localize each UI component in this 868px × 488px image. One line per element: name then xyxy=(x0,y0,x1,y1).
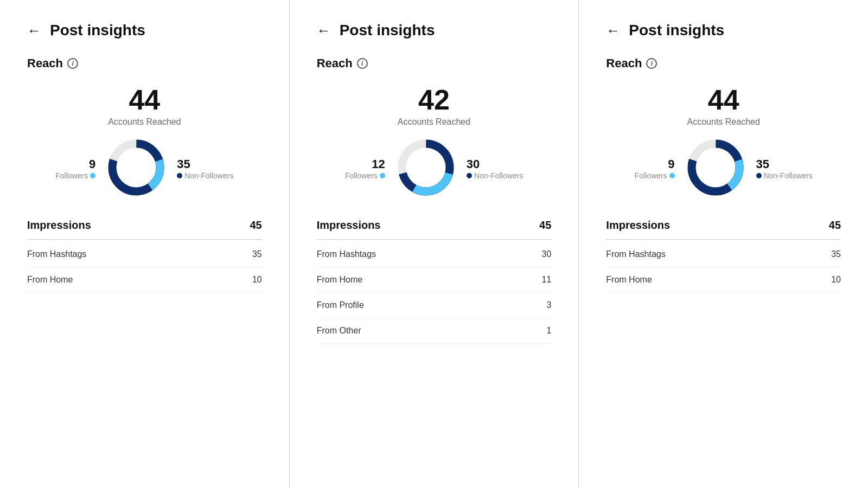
row-label: From Home xyxy=(317,275,362,285)
donut-chart xyxy=(396,138,456,200)
non-followers-text: Non-Followers xyxy=(474,171,523,180)
impressions-section: Impressions 45 From Hashtags 35 From Hom… xyxy=(27,219,262,293)
panel-2: ← Post insights Reach i 42 Accounts Reac… xyxy=(290,0,579,488)
followers-text: Followers xyxy=(345,171,378,180)
reach-title: Reach i xyxy=(606,56,841,70)
impressions-total: 45 xyxy=(539,219,551,232)
accounts-reached-label: Accounts Reached xyxy=(27,117,262,127)
accounts-reached-number: 44 xyxy=(27,86,262,114)
donut-container: 9 Followers 35 Non-Followers xyxy=(606,138,841,200)
non-followers-dot xyxy=(177,173,182,178)
header: ← Post insights xyxy=(27,22,262,39)
impression-row: From Home 10 xyxy=(606,267,841,293)
row-label: From Profile xyxy=(317,300,364,310)
back-button[interactable]: ← xyxy=(27,22,41,39)
row-value: 35 xyxy=(252,249,262,259)
reach-section: Reach i 42 Accounts Reached 12 Followers xyxy=(317,56,552,200)
reach-section: Reach i 44 Accounts Reached 9 Followers xyxy=(606,56,841,200)
impressions-header: Impressions 45 xyxy=(27,219,262,240)
row-value: 35 xyxy=(831,249,841,259)
panel-1: ← Post insights Reach i 44 Accounts Reac… xyxy=(0,0,290,488)
impression-row: From Hashtags 30 xyxy=(317,242,552,267)
non-followers-dot xyxy=(467,173,472,178)
followers-number: 9 xyxy=(55,157,95,171)
row-label: From Home xyxy=(27,275,73,285)
non-followers-stat: 35 Non-Followers xyxy=(756,157,813,180)
non-followers-label: Non-Followers xyxy=(467,171,523,180)
followers-number: 9 xyxy=(635,157,675,171)
followers-text: Followers xyxy=(55,171,88,180)
row-value: 11 xyxy=(542,275,552,285)
non-followers-text: Non-Followers xyxy=(184,171,233,180)
row-value: 1 xyxy=(546,326,551,336)
row-label: From Hashtags xyxy=(606,249,665,259)
row-value: 10 xyxy=(252,275,262,285)
row-label: From Hashtags xyxy=(27,249,86,259)
row-label: From Hashtags xyxy=(317,249,376,259)
back-button[interactable]: ← xyxy=(606,22,620,39)
accounts-reached: 44 Accounts Reached xyxy=(27,86,262,127)
reach-label: Reach xyxy=(606,56,642,70)
donut-container: 9 Followers 35 Non-Followers xyxy=(27,138,262,200)
row-value: 10 xyxy=(831,275,841,285)
impression-row: From Profile 3 xyxy=(317,293,552,318)
header: ← Post insights xyxy=(317,22,552,39)
reach-label: Reach xyxy=(317,56,353,70)
reach-title: Reach i xyxy=(317,56,552,70)
reach-title: Reach i xyxy=(27,56,262,70)
followers-dot xyxy=(669,173,675,178)
followers-label: Followers xyxy=(345,171,385,180)
followers-stat: 9 Followers xyxy=(635,157,675,180)
non-followers-label: Non-Followers xyxy=(177,171,233,180)
followers-label: Followers xyxy=(55,171,95,180)
non-followers-text: Non-Followers xyxy=(764,171,813,180)
impressions-title: Impressions xyxy=(317,219,381,232)
header: ← Post insights xyxy=(606,22,841,39)
impressions-total: 45 xyxy=(250,219,261,232)
back-button[interactable]: ← xyxy=(317,22,331,39)
row-label: From Home xyxy=(606,275,652,285)
followers-dot xyxy=(380,173,385,178)
accounts-reached: 42 Accounts Reached xyxy=(317,86,552,127)
followers-number: 12 xyxy=(345,157,385,171)
impression-row: From Home 10 xyxy=(27,267,262,293)
panel-3: ← Post insights Reach i 44 Accounts Reac… xyxy=(579,0,868,488)
row-value: 3 xyxy=(546,300,551,310)
non-followers-dot xyxy=(756,173,762,178)
non-followers-stat: 35 Non-Followers xyxy=(177,157,233,180)
impressions-title: Impressions xyxy=(606,219,670,232)
row-label: From Other xyxy=(317,326,361,336)
impressions-header: Impressions 45 xyxy=(606,219,841,240)
impressions-total: 45 xyxy=(829,219,841,232)
impressions-section: Impressions 45 From Hashtags 35 From Hom… xyxy=(606,219,841,293)
accounts-reached-label: Accounts Reached xyxy=(606,117,841,127)
info-icon[interactable]: i xyxy=(646,58,657,69)
page-title: Post insights xyxy=(50,22,145,39)
accounts-reached-number: 42 xyxy=(317,86,552,114)
impression-row: From Hashtags 35 xyxy=(27,242,262,267)
donut-chart xyxy=(686,138,745,200)
impressions-section: Impressions 45 From Hashtags 30 From Hom… xyxy=(317,219,552,344)
non-followers-number: 35 xyxy=(756,157,813,171)
impressions-title: Impressions xyxy=(27,219,91,232)
impression-row: From Other 1 xyxy=(317,318,552,344)
page-title: Post insights xyxy=(629,22,724,39)
impression-row: From Hashtags 35 xyxy=(606,242,841,267)
non-followers-number: 35 xyxy=(177,157,233,171)
info-icon[interactable]: i xyxy=(67,58,78,69)
non-followers-number: 30 xyxy=(467,157,523,171)
reach-label: Reach xyxy=(27,56,63,70)
followers-stat: 9 Followers xyxy=(55,157,95,180)
followers-label: Followers xyxy=(635,171,675,180)
accounts-reached-label: Accounts Reached xyxy=(317,117,552,127)
info-icon[interactable]: i xyxy=(357,58,368,69)
donut-chart xyxy=(106,138,166,200)
followers-text: Followers xyxy=(635,171,667,180)
page-title: Post insights xyxy=(340,22,435,39)
followers-dot xyxy=(90,173,95,178)
non-followers-label: Non-Followers xyxy=(756,171,813,180)
non-followers-stat: 30 Non-Followers xyxy=(467,157,523,180)
impression-row: From Home 11 xyxy=(317,267,552,293)
row-value: 30 xyxy=(542,249,552,259)
followers-stat: 12 Followers xyxy=(345,157,385,180)
